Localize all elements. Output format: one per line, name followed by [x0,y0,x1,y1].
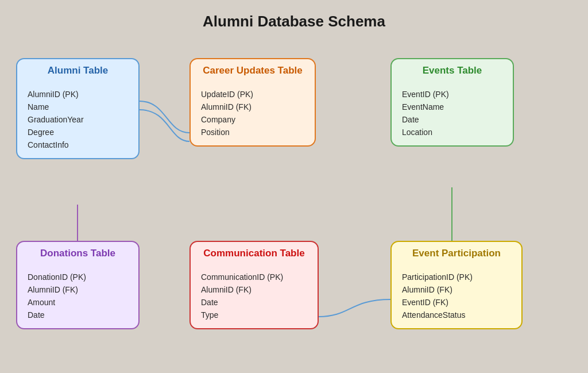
events-field-1: EventName [392,101,513,113]
alumni-field-3: Degree [17,126,138,139]
communication-table-header: Communication Table [191,242,318,265]
communication-field-3: Type [191,309,318,321]
communication-field-2: Date [191,296,318,309]
events-table-header: Events Table [392,59,513,82]
participation-field-2: EventID (FK) [392,296,521,309]
alumni-field-0: AlumniID (PK) [17,88,138,101]
communication-field-0: CommunicationID (PK) [191,271,318,283]
events-table: Events Table EventID (PK) EventName Date… [390,58,514,147]
donations-field-0: DonationID (PK) [17,271,138,283]
alumni-table-header: Alumni Table [17,59,138,82]
donations-field-2: Amount [17,296,138,309]
communication-field-1: AlumniID (FK) [191,283,318,296]
alumni-field-4: ContactInfo [17,139,138,151]
donations-table-header: Donations Table [17,242,138,265]
participation-table: Event Participation ParticipationID (PK)… [390,241,523,329]
communication-table: Communication Table CommunicationID (PK)… [189,241,319,329]
page-title: Alumni Database Schema [0,0,588,30]
events-field-0: EventID (PK) [392,88,513,101]
participation-table-header: Event Participation [392,242,521,265]
participation-field-0: ParticipationID (PK) [392,271,521,283]
alumni-field-2: GraduationYear [17,113,138,126]
events-field-3: Location [392,126,513,139]
career-field-1: AlumniID (FK) [191,101,315,113]
participation-field-3: AttendanceStatus [392,309,521,321]
career-table-header: Career Updates Table [191,59,315,82]
donations-table: Donations Table DonationID (PK) AlumniID… [16,241,140,329]
alumni-table: Alumni Table AlumniID (PK) Name Graduati… [16,58,140,159]
donations-field-3: Date [17,309,138,321]
career-table: Career Updates Table UpdateID (PK) Alumn… [189,58,316,147]
career-field-0: UpdateID (PK) [191,88,315,101]
participation-field-1: AlumniID (FK) [392,283,521,296]
alumni-field-1: Name [17,101,138,113]
events-field-2: Date [392,113,513,126]
career-field-3: Position [191,126,315,139]
schema-diagram: Alumni Table AlumniID (PK) Name Graduati… [0,41,588,373]
career-field-2: Company [191,113,315,126]
donations-field-1: AlumniID (FK) [17,283,138,296]
